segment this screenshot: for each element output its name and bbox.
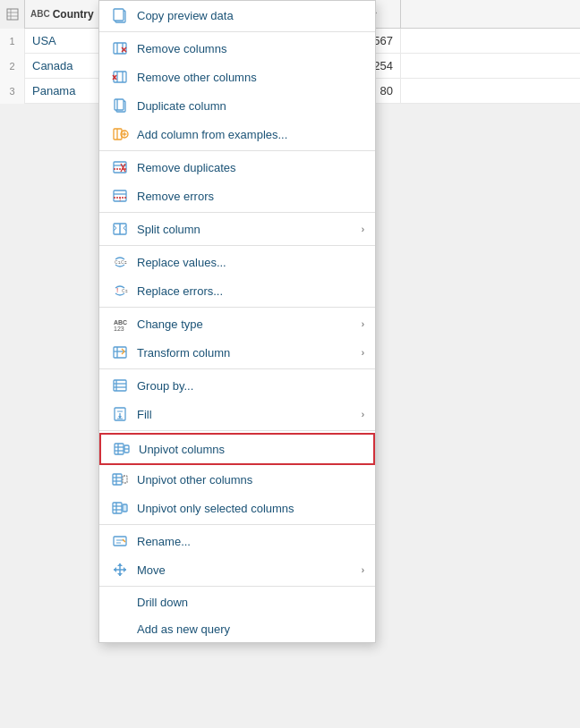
menu-item-label: Remove errors [137, 190, 364, 203]
menu-item-label: Unpivot columns [139, 443, 362, 456]
menu-item-label: Rename... [137, 535, 364, 548]
unpivot-sel-icon [110, 499, 130, 517]
submenu-arrow-icon: › [362, 224, 364, 234]
remove-other-col-icon [110, 68, 130, 86]
menu-divider [99, 586, 375, 587]
menu-item-label: Copy preview data [137, 9, 364, 22]
menu-item-unpivot-columns[interactable]: Unpivot columns [99, 433, 375, 465]
menu-item-move[interactable]: Move› [99, 555, 375, 584]
menu-item-label: Drill down [110, 596, 364, 609]
menu-item-label: Split column [137, 223, 362, 236]
menu-item-label: Replace values... [137, 256, 364, 269]
menu-divider [99, 31, 375, 32]
svg-rect-69 [123, 476, 127, 483]
menu-item-remove-duplicates[interactable]: Remove duplicates [99, 153, 375, 182]
group-by-icon [110, 377, 130, 394]
submenu-arrow-icon: › [362, 319, 364, 329]
menu-item-label: Add column from examples... [137, 128, 364, 141]
row-num-col-header [0, 0, 25, 29]
svg-marker-81 [117, 573, 123, 576]
cell-country-1: USA [25, 29, 106, 54]
cell-rownum-2: 2 [0, 54, 25, 79]
menu-item-replace-values[interactable]: c₁c₂Replace values... [99, 248, 375, 276]
menu-item-label: Remove other columns [137, 71, 364, 84]
menu-divider [99, 368, 375, 369]
menu-item-label: Duplicate column [137, 99, 364, 113]
add-col-icon [110, 125, 130, 143]
svg-text:c₂: c₂ [121, 258, 127, 265]
svg-rect-59 [115, 444, 124, 454]
submenu-arrow-icon: › [362, 348, 364, 358]
menu-item-add-as-new-query[interactable]: Add as new query [99, 615, 375, 642]
svg-text:!: ! [116, 286, 118, 294]
unpivot-other-icon [110, 470, 130, 488]
menu-item-label: Remove duplicates [137, 161, 364, 174]
country-col-header[interactable]: ABC Country ▼ [25, 0, 106, 29]
remove-col-icon [110, 39, 130, 57]
svg-rect-70 [113, 503, 122, 513]
cell-rownum-3: 3 [0, 79, 25, 104]
menu-divider [99, 430, 375, 431]
svg-text:c₂: c₂ [122, 287, 128, 293]
svg-marker-83 [114, 567, 116, 572]
transform-col-icon [110, 343, 130, 361]
svg-rect-50 [114, 380, 126, 391]
menu-item-copy-preview[interactable]: Copy preview data [99, 1, 375, 30]
move-icon [110, 561, 130, 579]
submenu-arrow-icon: › [362, 410, 364, 419]
svg-text:c₁: c₁ [115, 258, 121, 265]
remove-dup-icon [110, 158, 130, 176]
menu-divider [99, 212, 375, 213]
unpivot-icon [112, 440, 132, 458]
svg-text:!: ! [119, 195, 121, 203]
menu-item-duplicate-column[interactable]: Duplicate column [99, 91, 375, 120]
menu-item-transform-column[interactable]: Transform column› [99, 338, 375, 367]
replace-err-icon: !c₂ [110, 282, 130, 300]
svg-rect-65 [113, 474, 122, 485]
menu-item-label: Unpivot only selected columns [137, 502, 364, 515]
svg-rect-6 [114, 43, 126, 54]
menu-item-add-column-examples[interactable]: Add column from examples... [99, 120, 375, 148]
menu-item-remove-errors[interactable]: !Remove errors [99, 182, 375, 210]
cell-country-2: Canada [25, 54, 106, 79]
duplicate-col-icon [110, 97, 130, 114]
menu-divider [99, 307, 375, 308]
svg-rect-0 [7, 9, 18, 20]
menu-item-fill[interactable]: Fill› [99, 400, 375, 428]
menu-divider [99, 245, 375, 246]
menu-item-drill-down[interactable]: Drill down [99, 588, 375, 615]
menu-item-replace-errors[interactable]: !c₂Replace errors... [99, 276, 375, 305]
menu-item-group-by[interactable]: Group by... [99, 371, 375, 400]
svg-rect-74 [123, 504, 127, 512]
menu-item-change-type[interactable]: ABC123Change type› [99, 309, 375, 338]
menu-item-label: Remove columns [137, 42, 364, 55]
menu-item-split-column[interactable]: Split column› [99, 215, 375, 243]
menu-item-unpivot-selected-columns[interactable]: Unpivot only selected columns [99, 494, 375, 522]
svg-marker-80 [117, 563, 123, 566]
menu-item-label: Unpivot other columns [137, 473, 364, 487]
cell-country-3: Panama [25, 79, 106, 104]
menu-item-label: Group by... [137, 379, 364, 393]
menu-divider [99, 150, 375, 151]
submenu-arrow-icon: › [362, 565, 364, 575]
rename-icon [110, 532, 130, 550]
svg-marker-84 [124, 567, 126, 572]
context-menu: Copy preview dataRemove columnsRemove ot… [98, 0, 376, 643]
cell-rownum-1: 1 [0, 29, 25, 54]
country-type-icon: ABC [30, 9, 50, 19]
remove-err-icon: ! [110, 187, 130, 205]
svg-rect-5 [114, 9, 124, 21]
split-col-icon [110, 220, 130, 238]
svg-text:ABC: ABC [114, 319, 127, 326]
menu-item-unpivot-other-columns[interactable]: Unpivot other columns [99, 465, 375, 494]
svg-line-78 [123, 539, 125, 542]
change-type-icon: ABC123 [110, 315, 130, 333]
menu-divider [99, 524, 375, 525]
menu-item-remove-columns[interactable]: Remove columns [99, 34, 375, 63]
menu-item-label: Replace errors... [137, 284, 364, 298]
menu-item-remove-other-columns[interactable]: Remove other columns [99, 63, 375, 91]
country-col-label: Country [53, 8, 94, 21]
menu-item-rename[interactable]: Rename... [99, 527, 375, 555]
svg-rect-17 [115, 99, 124, 110]
menu-item-label: Add as new query [110, 622, 364, 636]
